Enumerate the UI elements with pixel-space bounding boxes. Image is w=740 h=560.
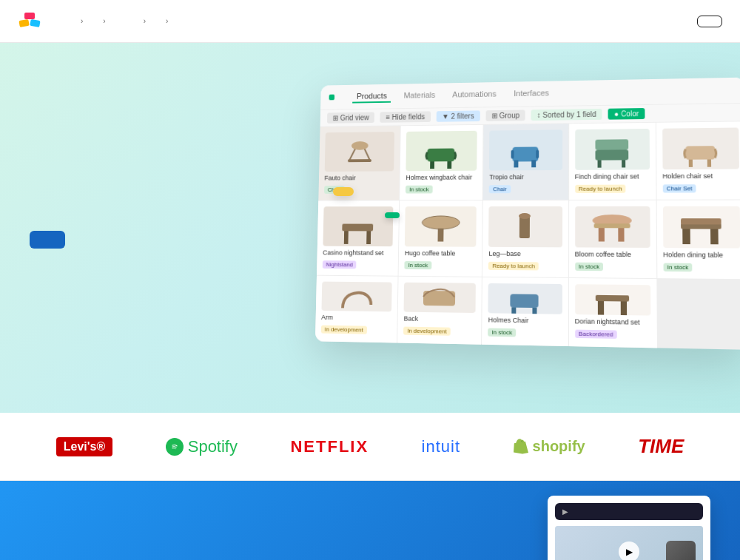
product-cell[interactable]: Arm In development bbox=[315, 276, 398, 343]
app-tab-automations[interactable]: Automations bbox=[448, 88, 500, 102]
bases-button[interactable] bbox=[697, 16, 722, 27]
svg-rect-10 bbox=[514, 160, 518, 167]
product-cell[interactable]: Holmex wingback chair In stock bbox=[400, 125, 483, 200]
svg-rect-3 bbox=[24, 13, 35, 19]
signup-button[interactable] bbox=[30, 231, 65, 249]
svg-rect-23 bbox=[366, 231, 371, 244]
nav-links: › › › › bbox=[71, 13, 688, 30]
floating-ready-label bbox=[385, 212, 400, 218]
spotify-icon bbox=[166, 438, 184, 456]
app-tab-interfaces[interactable]: Interfaces bbox=[509, 87, 554, 101]
chevron-icon: › bbox=[103, 17, 105, 25]
hero-section: Products Materials Automations Interface… bbox=[0, 43, 740, 413]
svg-rect-15 bbox=[597, 160, 601, 167]
product-cell[interactable]: Bloom coffee table In stock bbox=[569, 200, 656, 278]
svg-rect-32 bbox=[594, 223, 630, 228]
nav-product[interactable]: › bbox=[71, 13, 90, 30]
shopify-text: shopify bbox=[533, 438, 585, 455]
spotify-logo: Spotify bbox=[166, 437, 238, 456]
color-btn[interactable]: ● Color bbox=[608, 108, 645, 120]
svg-rect-9 bbox=[512, 146, 538, 161]
svg-rect-8 bbox=[448, 161, 452, 169]
svg-rect-40 bbox=[532, 308, 536, 314]
app-title-bar bbox=[329, 95, 339, 101]
svg-rect-11 bbox=[531, 160, 536, 167]
svg-rect-18 bbox=[685, 146, 715, 160]
hero-content bbox=[30, 207, 89, 249]
hero-actions bbox=[30, 231, 89, 249]
svg-point-28 bbox=[519, 213, 531, 219]
app-icon bbox=[329, 95, 335, 101]
video-thumbnail[interactable]: ▶ bbox=[555, 526, 703, 560]
floating-in-development bbox=[333, 187, 354, 196]
chevron-icon: › bbox=[81, 17, 83, 25]
group-btn[interactable]: ⊞ Group bbox=[485, 109, 525, 121]
svg-rect-16 bbox=[622, 160, 625, 167]
nav-resources[interactable]: › bbox=[156, 13, 175, 30]
airtable-logo-icon bbox=[18, 10, 41, 33]
svg-rect-43 bbox=[620, 301, 626, 315]
svg-rect-35 bbox=[710, 229, 719, 244]
product-cell[interactable]: Holmes Chair In stock bbox=[482, 277, 568, 346]
intuit-logo: intuit bbox=[422, 437, 460, 456]
app-tab-products[interactable]: Products bbox=[352, 90, 391, 103]
svg-rect-39 bbox=[511, 308, 516, 314]
hero-app-screenshot: Products Materials Automations Interface… bbox=[311, 80, 740, 344]
product-cell[interactable]: Leg—base Ready to launch bbox=[482, 200, 568, 277]
bottom-app-preview: ▶ ▶ bbox=[548, 496, 710, 560]
logo[interactable] bbox=[18, 10, 47, 33]
svg-rect-5 bbox=[347, 159, 371, 162]
nav-pricing[interactable] bbox=[116, 17, 131, 26]
svg-rect-12 bbox=[511, 149, 514, 158]
hide-fields[interactable]: ≡ Hide fields bbox=[380, 111, 431, 122]
svg-rect-25 bbox=[437, 228, 443, 241]
svg-rect-42 bbox=[598, 301, 604, 315]
app-window: Products Materials Automations Interface… bbox=[315, 78, 740, 350]
svg-rect-34 bbox=[683, 229, 691, 244]
svg-rect-13 bbox=[536, 149, 539, 158]
svg-rect-31 bbox=[618, 226, 624, 241]
sort-btn[interactable]: ↕ Sorted by 1 field bbox=[531, 109, 602, 121]
product-cell[interactable]: Fauto chair Chair bbox=[318, 126, 400, 200]
product-cell[interactable]: Holden chair set Chair Set bbox=[656, 121, 740, 199]
product-cell[interactable]: Finch dining chair set Ready to launch bbox=[569, 123, 656, 200]
app-tabs: Products Materials Automations Interface… bbox=[352, 87, 554, 103]
logos-section: Levi's® Spotify NETFLIX intuit shopify T… bbox=[0, 413, 740, 481]
svg-rect-36 bbox=[681, 218, 722, 224]
svg-rect-14 bbox=[595, 149, 628, 160]
nav-right bbox=[688, 16, 722, 27]
svg-rect-27 bbox=[519, 216, 530, 238]
netflix-logo: NETFLIX bbox=[290, 437, 369, 456]
svg-rect-38 bbox=[510, 294, 538, 308]
view-type[interactable]: ⊞ Grid view bbox=[327, 112, 374, 124]
svg-rect-22 bbox=[344, 231, 349, 244]
product-grid: Fauto chair Chair Holmex wingback chair … bbox=[315, 121, 740, 350]
svg-rect-20 bbox=[707, 159, 711, 166]
time-logo: TIME bbox=[638, 435, 684, 458]
product-cell[interactable]: Holden dining table In stock bbox=[656, 200, 740, 280]
nav-solutions[interactable]: › bbox=[93, 13, 112, 30]
svg-rect-30 bbox=[599, 226, 605, 241]
spotify-text: Spotify bbox=[188, 437, 238, 456]
product-cell[interactable]: Dorian nightstand set Backordered bbox=[569, 278, 657, 348]
many-tools-bar: ▶ bbox=[555, 503, 703, 520]
shopify-logo: shopify bbox=[514, 438, 585, 455]
levis-logo: Levi's® bbox=[56, 437, 113, 456]
bottom-section: ▶ ▶ bbox=[0, 481, 740, 560]
app-tab-materials[interactable]: Materials bbox=[400, 89, 440, 102]
svg-rect-7 bbox=[430, 161, 434, 169]
nav-enterprise[interactable]: › bbox=[134, 13, 153, 30]
chevron-icon: › bbox=[166, 17, 168, 25]
product-cell[interactable]: Hugo coffee table In stock bbox=[399, 200, 482, 277]
navigation: › › › › bbox=[0, 0, 740, 43]
chevron-icon: › bbox=[144, 17, 146, 25]
svg-point-4 bbox=[352, 141, 369, 150]
product-cell[interactable]: Back In development bbox=[397, 277, 482, 345]
svg-rect-6 bbox=[428, 148, 455, 161]
svg-rect-17 bbox=[595, 139, 628, 149]
svg-rect-19 bbox=[689, 159, 693, 166]
product-cell[interactable]: Tropio chair Chair bbox=[483, 124, 568, 200]
filter-btn[interactable]: ▼ 2 filters bbox=[436, 110, 480, 121]
svg-rect-21 bbox=[342, 223, 373, 231]
play-button[interactable]: ▶ bbox=[619, 542, 639, 560]
